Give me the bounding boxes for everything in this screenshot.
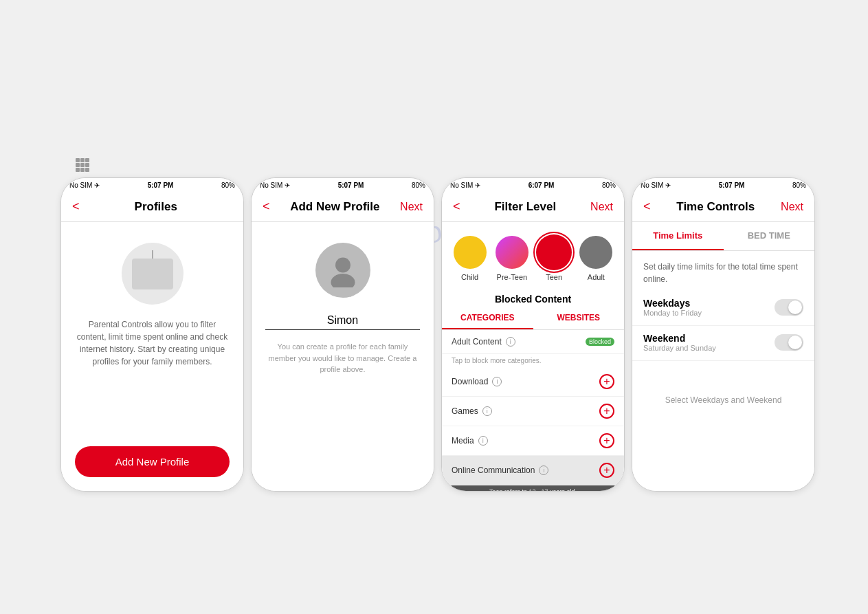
back-button-1[interactable]: <: [72, 199, 80, 214]
filter-label-teen: Teen: [546, 273, 562, 281]
nav-title-4: Time Controls: [676, 200, 755, 214]
tap-hint: Tap to block more categories.: [442, 354, 624, 367]
weekend-info: Weekend Saturday and Sunday: [643, 333, 716, 352]
status-left-1: No SIM ✈: [69, 182, 100, 189]
media-info-icon[interactable]: i: [478, 436, 488, 446]
add-profile-hint: You can create a profile for each family…: [265, 341, 420, 375]
status-time-4: 5:07 PM: [719, 182, 745, 189]
weekdays-header: Weekdays Monday to Friday: [643, 298, 803, 317]
phone2-content: You can create a profile for each family…: [252, 222, 434, 491]
status-left-2: No SIM ✈: [260, 182, 290, 189]
nav-title-2: Add New Profile: [290, 200, 379, 214]
svg-point-1: [331, 274, 355, 287]
circle-preteen: [496, 236, 528, 269]
download-info-icon[interactable]: i: [492, 377, 502, 386]
user-icon: [326, 253, 360, 287]
blocked-content-title: Blocked Content: [442, 288, 624, 307]
weekdays-info: Weekdays Monday to Friday: [643, 298, 702, 317]
online-comm-add-button[interactable]: +: [599, 463, 614, 478]
back-button-2[interactable]: <: [263, 199, 270, 214]
filter-option-adult[interactable]: Adult: [579, 236, 612, 281]
weekdays-subtitle: Monday to Friday: [643, 309, 702, 317]
back-button-3[interactable]: <: [453, 199, 460, 214]
status-time-2: 5:07 PM: [338, 182, 364, 189]
status-left-4: No SIM ✈: [641, 182, 671, 189]
select-hint: Select Weekdays and Weekend: [632, 382, 814, 419]
blocked-badge: Blocked: [586, 338, 614, 346]
weekdays-section: Weekdays Monday to Friday: [632, 291, 814, 326]
games-add-button[interactable]: +: [599, 404, 614, 419]
profiles-description: Parental Controls allow you to filter co…: [75, 318, 230, 368]
content-list: Adult Content i Blocked Tap to block mor…: [442, 330, 624, 491]
grid-icon: [76, 158, 89, 172]
status-bar-3: No SIM ✈ 6:07 PM 80%: [442, 178, 624, 192]
weekend-toggle[interactable]: [775, 334, 803, 351]
online-comm-info-icon[interactable]: i: [539, 465, 548, 475]
svg-point-0: [335, 258, 350, 273]
nav-next-2[interactable]: Next: [400, 201, 423, 213]
adult-content-left: Adult Content i: [452, 337, 515, 347]
tab-websites[interactable]: WEBSITES: [533, 307, 625, 329]
profile-avatar: [122, 243, 183, 305]
nav-title-3: Filter Level: [494, 200, 556, 214]
online-comm-item: Online Communication i +: [442, 456, 624, 485]
weekend-title: Weekend: [643, 333, 716, 344]
phone3-content: Child Pre-Teen Teen Adult Blocked Conten…: [442, 222, 624, 491]
filter-option-preteen[interactable]: Pre-Teen: [496, 236, 528, 281]
nav-bar-2: < Add New Profile Next: [252, 192, 434, 222]
status-bar-4: No SIM ✈ 5:07 PM 80%: [632, 178, 814, 192]
adult-content-info-icon[interactable]: i: [506, 337, 515, 347]
media-label: Media: [452, 436, 474, 446]
nav-bar-1: < Profiles: [61, 192, 243, 222]
download-item: Download i +: [442, 367, 624, 397]
time-description: Set daily time limits for the total time…: [632, 251, 814, 291]
download-add-button[interactable]: +: [599, 374, 614, 389]
teen-tooltip: Teen refers to 13 - 17 years old.: [442, 485, 624, 491]
nav-next-3[interactable]: Next: [590, 201, 613, 213]
weekend-section: Weekend Saturday and Sunday: [632, 326, 814, 361]
circle-adult: [579, 236, 612, 269]
adult-content-label: Adult Content: [452, 337, 502, 347]
filter-label-child: Child: [461, 273, 478, 281]
name-input[interactable]: [265, 311, 420, 329]
filter-option-teen[interactable]: Teen: [537, 236, 570, 281]
games-left: Games i: [452, 406, 492, 416]
nav-next-4[interactable]: Next: [781, 201, 803, 213]
weekdays-toggle[interactable]: [775, 299, 803, 316]
back-button-4[interactable]: <: [643, 199, 651, 214]
media-add-button[interactable]: +: [599, 433, 614, 448]
nav-bar-3: < Filter Level Next: [442, 192, 624, 222]
filter-label-adult: Adult: [588, 273, 605, 281]
status-bar-1: No SIM ✈ 5:07 PM 80%: [61, 178, 243, 192]
download-label: Download: [452, 377, 488, 386]
status-right-2: 80%: [412, 182, 425, 189]
nav-bar-4: < Time Controls Next: [632, 192, 814, 222]
circle-teen: [537, 236, 570, 269]
status-right-3: 80%: [602, 182, 616, 189]
phone-add-profile: No SIM ✈ 5:07 PM 80% < Add New Profile N…: [251, 177, 434, 492]
tab-categories[interactable]: CATEGORIES: [442, 307, 533, 329]
time-control-tabs: Time Limits BED TIME: [632, 222, 814, 251]
filter-option-child[interactable]: Child: [454, 236, 487, 281]
filter-tabs: CATEGORIES WEBSITES: [442, 307, 624, 330]
status-time-1: 5:07 PM: [148, 182, 174, 189]
status-left-3: No SIM ✈: [450, 182, 480, 189]
status-time-3: 6:07 PM: [528, 182, 555, 189]
filter-circles: Child Pre-Teen Teen Adult: [442, 222, 624, 288]
phone-time-controls: No SIM ✈ 5:07 PM 80% < Time Controls Nex…: [632, 177, 815, 492]
phones-container: No SIM ✈ 5:07 PM 80% < Profiles Parental…: [60, 177, 815, 492]
user-avatar: [315, 243, 370, 298]
games-info-icon[interactable]: i: [482, 406, 492, 416]
tab-bed-time[interactable]: BED TIME: [724, 222, 815, 250]
games-label: Games: [452, 406, 478, 416]
tab-time-limits[interactable]: Time Limits: [632, 222, 724, 250]
weekdays-title: Weekdays: [643, 298, 702, 309]
name-input-container: [265, 311, 420, 330]
add-new-profile-button[interactable]: Add New Profile: [75, 446, 230, 477]
filter-label-preteen: Pre-Teen: [497, 273, 528, 281]
phone4-content: Time Limits BED TIME Set daily time limi…: [632, 222, 814, 491]
status-right-1: 80%: [221, 182, 235, 189]
online-comm-left: Online Communication i: [452, 465, 548, 475]
weekend-subtitle: Saturday and Sunday: [643, 344, 716, 352]
online-comm-label: Online Communication: [452, 465, 535, 475]
